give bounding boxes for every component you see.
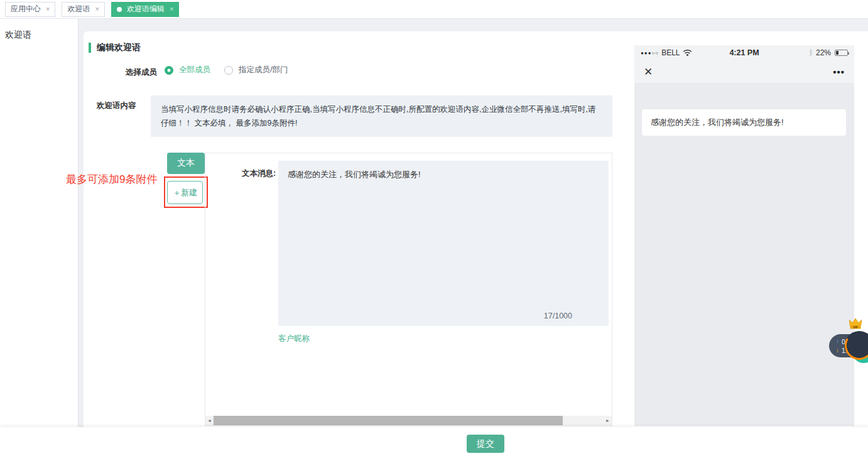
battery-icon bbox=[835, 50, 848, 56]
battery-percent: 22% bbox=[816, 48, 831, 57]
phone-close-icon[interactable]: ✕ bbox=[644, 65, 653, 79]
page: { "colors": { "accent_green": "#3eb786",… bbox=[0, 0, 868, 456]
tab-bar: 应用中心 × 欢迎语 × 欢迎语编辑 × bbox=[0, 0, 868, 19]
char-counter: 17/1000 bbox=[544, 312, 572, 320]
signal-dots-icon: ●●●○○ bbox=[641, 50, 659, 56]
vip-crown-icon: VIP bbox=[848, 317, 863, 331]
phone-nav-bar: ✕ ••• bbox=[634, 60, 854, 83]
tab-label: 应用中心 bbox=[11, 4, 41, 14]
tab-label: 欢迎语 bbox=[67, 4, 90, 14]
wifi-icon bbox=[683, 50, 692, 57]
battery-fill bbox=[836, 51, 838, 55]
carrier-name: BELL bbox=[661, 48, 680, 57]
radio-label: 全部成员 bbox=[179, 65, 210, 75]
scroll-right-icon[interactable]: ► bbox=[604, 418, 612, 423]
tab-close-icon[interactable]: × bbox=[170, 6, 173, 13]
page-title: 编辑欢迎语 bbox=[97, 42, 141, 53]
submit-button[interactable]: 提交 bbox=[467, 435, 504, 453]
section-header: 编辑欢迎语 bbox=[89, 42, 141, 53]
sidebar: 欢迎语 bbox=[0, 19, 79, 427]
tab-app-center[interactable]: 应用中心 × bbox=[5, 2, 55, 17]
content-card: 编辑欢迎语 选择成员 全部成员 指定成员/部门 欢迎语内容 当填写小程序信息时请… bbox=[84, 31, 868, 427]
phone-preview: ●●●○○ BELL 4:21 PM ᛒ 22% bbox=[634, 45, 854, 426]
download-arrow-icon: ↓ bbox=[836, 347, 839, 354]
welcome-content-tip: 当填写小程序信息时请务必确认小程序正确,当填写小程序信息不正确时,所配置的欢迎语… bbox=[151, 95, 612, 137]
annotation-text: 最多可添加9条附件 bbox=[66, 172, 157, 187]
vip-label: VIP bbox=[853, 326, 857, 329]
overlay-gauge-circle[interactable] bbox=[842, 328, 868, 363]
text-message-textarea[interactable]: 感谢您的关注，我们将竭诚为您服务! 17/1000 bbox=[278, 161, 609, 326]
radio-specified-members[interactable]: 指定成员/部门 bbox=[224, 65, 288, 75]
horizontal-scrollbar[interactable]: ◄ ► bbox=[205, 416, 612, 425]
radio-all-members[interactable]: 全部成员 bbox=[165, 65, 210, 75]
radio-label: 指定成员/部门 bbox=[239, 65, 288, 75]
phone-status-bar: ●●●○○ BELL 4:21 PM ᛒ 22% bbox=[634, 45, 854, 60]
status-left: ●●●○○ BELL bbox=[641, 48, 715, 57]
tab-welcome-edit-active[interactable]: 欢迎语编辑 × bbox=[111, 2, 179, 17]
scrollbar-thumb[interactable] bbox=[214, 416, 563, 425]
text-attachment-panel: 文本消息: 感谢您的关注，我们将竭诚为您服务! 17/1000 客户昵称 ◄ ► bbox=[205, 153, 612, 426]
section-accent-bar bbox=[89, 43, 91, 53]
status-right: ᛒ 22% bbox=[774, 48, 848, 57]
scroll-left-icon[interactable]: ◄ bbox=[205, 418, 214, 423]
chat-message-bubble: 感谢您的关注，我们将竭诚为您服务! bbox=[642, 109, 846, 136]
member-select-label: 选择成员 bbox=[126, 67, 157, 78]
upload-arrow-icon: ↑ bbox=[836, 338, 839, 345]
main-area: 编辑欢迎语 选择成员 全部成员 指定成员/部门 欢迎语内容 当填写小程序信息时请… bbox=[79, 19, 868, 427]
text-attachment-tab-button[interactable]: 文本 bbox=[167, 153, 205, 174]
tab-close-icon[interactable]: × bbox=[46, 6, 50, 13]
text-message-label: 文本消息: bbox=[242, 168, 276, 179]
radio-selected-icon[interactable] bbox=[165, 66, 173, 75]
phone-more-icon[interactable]: ••• bbox=[833, 67, 845, 77]
tab-label: 欢迎语编辑 bbox=[127, 4, 165, 14]
status-time: 4:21 PM bbox=[715, 48, 774, 57]
bluetooth-icon: ᛒ bbox=[809, 48, 813, 57]
radio-unselected-icon[interactable] bbox=[224, 66, 233, 75]
phone-chat-body: 感谢您的关注，我们将竭诚为您服务! bbox=[634, 83, 854, 426]
active-tab-dot-icon bbox=[117, 7, 122, 12]
member-radio-group: 全部成员 指定成员/部门 bbox=[165, 65, 288, 75]
sidebar-item-welcome[interactable]: 欢迎语 bbox=[0, 19, 78, 52]
net-speed-overlay[interactable]: ↑ 0.7K/s ↓ 1.8K/s VIP bbox=[828, 314, 868, 364]
welcome-content-label: 欢迎语内容 bbox=[97, 100, 136, 111]
text-message-value: 感谢您的关注，我们将竭诚为您服务! bbox=[288, 170, 421, 179]
battery-nub bbox=[848, 52, 849, 55]
tab-close-icon[interactable]: × bbox=[95, 6, 99, 13]
new-attachment-button[interactable]: ＋新建 bbox=[167, 181, 203, 204]
footer-bar: 提交 bbox=[0, 427, 868, 456]
tab-welcome[interactable]: 欢迎语 × bbox=[62, 2, 104, 17]
customer-nickname-link[interactable]: 客户昵称 bbox=[278, 334, 310, 344]
